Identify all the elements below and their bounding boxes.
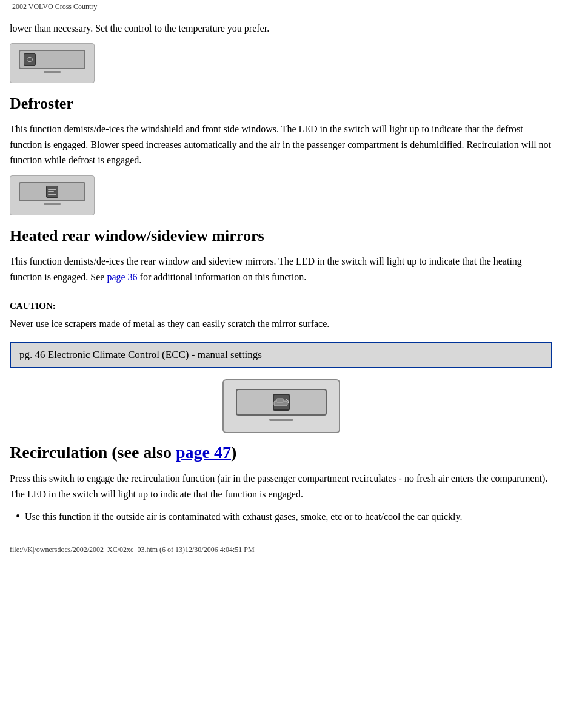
caution-label: CAUTION: — [10, 301, 552, 311]
section-divider — [10, 292, 552, 292]
heated-rear-text-2: for additional information on this funct… — [140, 272, 307, 282]
recirculation-image — [10, 379, 552, 433]
title-bar: 2002 VOLVO Cross Country — [10, 0, 552, 15]
footer-text: file:///K|/ownersdocs/2002/2002_XC/02xc_… — [10, 545, 255, 554]
switch-image-2 — [10, 175, 552, 215]
heated-rear-heading: Heated rear window/sideview mirrors — [10, 226, 552, 245]
page-47-link[interactable]: page 47 — [176, 443, 231, 462]
switch-knob-lg — [273, 394, 290, 411]
nav-box[interactable]: pg. 46 Electronic Climate Control (ECC) … — [10, 342, 552, 368]
page-36-link[interactable]: page 36 — [107, 272, 139, 282]
switch-image-1 — [10, 43, 552, 83]
recirculation-heading: Recirculation (see also page 47) — [10, 443, 552, 462]
svg-rect-1 — [276, 399, 284, 402]
bullet-dot-1: • — [16, 510, 20, 522]
recirculation-heading-text: Recirculation (see also — [10, 443, 176, 462]
bullet-list: • Use this function if the outside air i… — [16, 509, 552, 525]
intro-paragraph: lower than necessary. Set the control to… — [10, 21, 552, 36]
footer: file:///K|/ownersdocs/2002/2002_XC/02xc_… — [10, 543, 552, 554]
heated-rear-body: This function demists/de-ices the rear w… — [10, 254, 552, 285]
defroster-heading: Defroster — [10, 94, 552, 113]
bullet-item-1: • Use this function if the outside air i… — [16, 509, 552, 525]
switch-knob-1 — [24, 53, 36, 66]
switch-knob-2 — [46, 186, 58, 198]
recirculation-body: Press this switch to engage the recircul… — [10, 471, 552, 502]
recirculation-heading-end: ) — [231, 443, 236, 462]
title-text: 2002 VOLVO Cross Country — [12, 2, 97, 11]
defroster-body: This function demists/de-ices the windsh… — [10, 121, 552, 168]
caution-text: Never use ice scrapers made of metal as … — [10, 316, 552, 332]
bullet-item-text-1: Use this function if the outside air is … — [25, 509, 462, 525]
